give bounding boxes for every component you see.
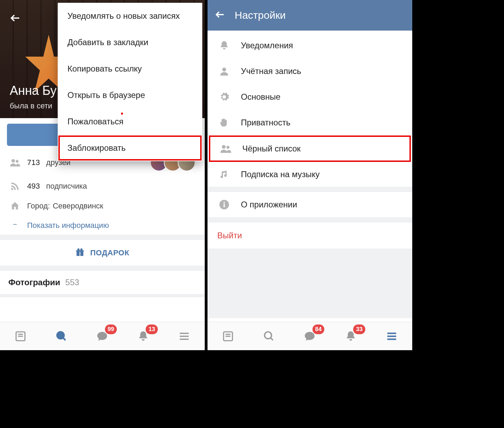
feed-icon xyxy=(222,330,234,342)
hamburger-icon xyxy=(178,330,190,342)
arrow-left-icon xyxy=(214,9,226,20)
gift-button[interactable]: ПОДАРОК xyxy=(0,240,205,266)
search-icon xyxy=(263,330,275,342)
friends-icon xyxy=(9,157,21,168)
subscribers-label: подписчика xyxy=(46,182,87,191)
show-info-row[interactable]: Показать информацию xyxy=(0,216,205,235)
menu-open-browser[interactable]: Открыть в браузере xyxy=(58,82,202,108)
svg-rect-6 xyxy=(76,252,80,256)
home-icon xyxy=(9,201,21,211)
settings-screen: Настройки Уведомления Учётная запись Осн… xyxy=(206,0,412,350)
nav-feed[interactable] xyxy=(11,327,30,346)
annotation-dot xyxy=(121,113,123,115)
notifications-badge: 13 xyxy=(146,324,158,334)
settings-account[interactable]: Учётная запись xyxy=(208,58,412,84)
settings-item-label: Подписка на музыку xyxy=(241,170,320,179)
nav-search[interactable] xyxy=(259,327,279,346)
menu-bookmark[interactable]: Добавить в закладки xyxy=(58,29,202,56)
appbar-title: Настройки xyxy=(235,9,286,21)
svg-point-2 xyxy=(11,188,13,190)
hamburger-icon xyxy=(386,330,398,342)
feed-icon xyxy=(15,330,26,342)
search-icon xyxy=(56,330,67,342)
divider xyxy=(0,235,205,240)
friends-count: 713 xyxy=(27,158,40,167)
svg-point-21 xyxy=(226,146,229,149)
menu-copy-link[interactable]: Копировать ссылку xyxy=(58,56,202,82)
rss-icon xyxy=(9,181,21,191)
info-icon xyxy=(217,199,231,210)
gear-icon xyxy=(217,92,231,102)
settings-about[interactable]: О приложении xyxy=(208,192,412,217)
settings-list: Уведомления Учётная запись Основные Прив… xyxy=(208,31,412,318)
settings-privacy[interactable]: Приватность xyxy=(208,110,412,135)
settings-music[interactable]: Подписка на музыку xyxy=(208,162,412,187)
nav-messages[interactable]: 84 xyxy=(300,327,319,346)
show-info-label: Показать информацию xyxy=(27,221,109,230)
svg-point-20 xyxy=(222,145,226,149)
svg-point-28 xyxy=(265,332,271,339)
nav-feed[interactable] xyxy=(218,327,238,346)
svg-point-19 xyxy=(222,67,226,71)
svg-line-15 xyxy=(63,338,65,340)
bottom-nav: 84 33 xyxy=(208,322,412,350)
svg-point-1 xyxy=(16,160,18,163)
back-button[interactable] xyxy=(214,9,226,22)
svg-rect-8 xyxy=(76,250,84,252)
notifications-badge: 33 xyxy=(353,324,365,334)
settings-item-label: Учётная запись xyxy=(241,66,301,76)
settings-item-label: О приложении xyxy=(241,200,297,209)
city-value: Северодвинск xyxy=(53,201,103,211)
svg-point-5 xyxy=(16,224,17,225)
menu-report[interactable]: Пожаловаться xyxy=(58,108,202,135)
divider xyxy=(0,266,205,271)
photos-row[interactable]: Фотографии 553 xyxy=(0,271,205,294)
svg-point-4 xyxy=(15,224,16,225)
person-icon xyxy=(217,66,231,76)
nav-search[interactable] xyxy=(52,327,71,346)
bell-icon xyxy=(217,40,231,51)
svg-rect-23 xyxy=(223,204,225,207)
divider xyxy=(208,187,412,192)
subscribers-count: 493 xyxy=(27,182,40,191)
nav-menu[interactable] xyxy=(174,327,194,346)
svg-rect-7 xyxy=(80,252,83,256)
svg-point-9 xyxy=(77,248,80,251)
logout-button[interactable]: Выйти xyxy=(208,222,412,249)
subscribers-row[interactable]: 493 подписчика xyxy=(0,176,205,196)
back-button[interactable] xyxy=(7,10,24,26)
settings-item-label: Чёрный список xyxy=(242,144,301,154)
gift-label: ПОДАРОК xyxy=(90,248,130,257)
photos-count: 553 xyxy=(65,278,79,287)
city-row[interactable]: Город: Северодвинск xyxy=(0,196,205,216)
settings-item-label: Основные xyxy=(241,92,281,102)
arrow-left-icon xyxy=(9,12,21,24)
bottom-nav: 99 13 xyxy=(0,322,205,350)
context-menu: Уведомлять о новых записях Добавить в за… xyxy=(58,3,202,161)
svg-line-29 xyxy=(270,338,273,340)
menu-block[interactable]: Заблокировать xyxy=(58,135,202,161)
photos-label: Фотографии xyxy=(8,278,60,287)
more-icon xyxy=(9,224,21,227)
nav-messages[interactable]: 99 xyxy=(92,327,112,346)
profile-screen: Анна Бу была в сети Сообщ 713 друзей 493… xyxy=(0,0,206,350)
settings-blacklist[interactable]: Чёрный список xyxy=(209,135,411,162)
divider xyxy=(208,217,412,222)
menu-notify[interactable]: Уведомлять о новых записях xyxy=(58,3,202,29)
messages-badge: 84 xyxy=(312,324,325,334)
settings-item-label: Приватность xyxy=(241,118,290,127)
nav-menu[interactable] xyxy=(382,327,401,346)
divider xyxy=(0,294,205,297)
svg-point-14 xyxy=(57,332,64,339)
hand-icon xyxy=(217,117,231,128)
svg-point-24 xyxy=(223,202,225,203)
nav-notifications[interactable]: 13 xyxy=(133,327,153,346)
settings-notifications[interactable]: Уведомления xyxy=(208,33,412,58)
nav-notifications[interactable]: 33 xyxy=(341,327,360,346)
divider xyxy=(208,249,412,318)
gift-icon xyxy=(75,248,87,257)
settings-general[interactable]: Основные xyxy=(208,84,412,110)
profile-name: Анна Бу xyxy=(10,83,57,98)
svg-point-3 xyxy=(13,224,14,225)
svg-point-10 xyxy=(80,248,83,251)
